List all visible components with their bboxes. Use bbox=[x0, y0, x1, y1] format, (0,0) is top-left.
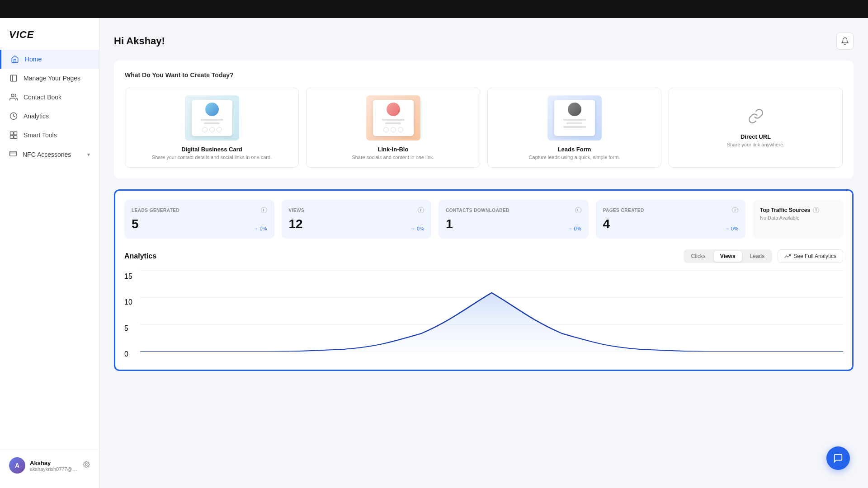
card-label-leads: Leads Form bbox=[558, 146, 591, 153]
stat-card-leads-generated: LEADS GENERATED i 5 → 0% bbox=[124, 200, 274, 239]
traffic-no-data: No Data Available bbox=[760, 215, 836, 221]
analytics-chart: 15 10 5 0 bbox=[124, 270, 843, 361]
sidebar-item-analytics[interactable]: Analytics bbox=[0, 107, 99, 126]
link-icon bbox=[748, 108, 764, 128]
card-desc-leads: Capture leads using a quick, simple form… bbox=[529, 155, 620, 160]
stat-card-pages-created: PAGES CREATED i 4 → 0% bbox=[596, 200, 746, 239]
create-card-link-in-bio[interactable]: Link-In-Bio Share socials and content in… bbox=[306, 88, 480, 168]
create-card-direct-url[interactable]: Direct URL Share your link anywhere. bbox=[669, 88, 843, 168]
stat-change-contacts: → 0% bbox=[568, 226, 581, 231]
sidebar-item-smart-tools-label: Smart Tools bbox=[24, 131, 57, 139]
tools-icon bbox=[9, 131, 18, 140]
stat-label-leads: LEADS GENERATED bbox=[132, 208, 179, 213]
analytics-chart-header: Analytics Clicks Views Leads See Full An… bbox=[124, 249, 843, 263]
see-full-analytics-button[interactable]: See Full Analytics bbox=[778, 249, 843, 263]
traffic-sources-card: Top Traffic Sources i No Data Available bbox=[753, 200, 843, 239]
info-icon-leads[interactable]: i bbox=[261, 207, 267, 213]
stat-change-pages: → 0% bbox=[725, 226, 738, 231]
tab-clicks[interactable]: Clicks bbox=[685, 251, 712, 262]
card-label-digital: Digital Business Card bbox=[181, 146, 242, 153]
create-section: What Do You Want to Create Today? bbox=[114, 61, 854, 178]
y-label-5: 5 bbox=[124, 324, 140, 333]
info-icon-traffic[interactable]: i bbox=[813, 207, 819, 213]
chevron-down-icon: ▾ bbox=[87, 151, 90, 158]
svg-point-2 bbox=[11, 94, 14, 97]
stat-label-views: VIEWS bbox=[289, 208, 305, 213]
sidebar-item-contact-book-label: Contact Book bbox=[24, 94, 61, 101]
stat-value-contacts: 1 bbox=[446, 217, 581, 231]
sidebar-item-home-label: Home bbox=[25, 56, 42, 63]
svg-point-10 bbox=[85, 464, 87, 465]
stat-change-leads: → 0% bbox=[254, 226, 267, 231]
card-preview-bio bbox=[366, 95, 420, 141]
card-desc-bio: Share socials and content in one link. bbox=[352, 155, 434, 160]
analytics-icon bbox=[9, 112, 18, 121]
y-label-0: 0 bbox=[124, 350, 140, 358]
avatar: A bbox=[9, 457, 25, 474]
pages-icon bbox=[9, 74, 18, 83]
stat-label-contacts: CONTACTS DOWNLOADED bbox=[446, 208, 509, 213]
user-info: Akshay akshaykrish0777@gmail.... bbox=[30, 460, 78, 472]
top-bar bbox=[0, 0, 868, 18]
contact-icon bbox=[9, 93, 18, 102]
stat-value-pages: 4 bbox=[603, 217, 739, 231]
sidebar-item-nfc-label: NFC Accessories bbox=[23, 151, 71, 158]
analytics-tabs: Clicks Views Leads bbox=[684, 249, 773, 263]
stats-traffic-row: LEADS GENERATED i 5 → 0% VIEWS i 12 bbox=[124, 200, 843, 239]
info-icon-views[interactable]: i bbox=[418, 207, 424, 213]
y-label-15: 15 bbox=[124, 272, 140, 281]
stat-change-views: → 0% bbox=[410, 226, 424, 231]
card-label-url: Direct URL bbox=[741, 133, 771, 140]
chart-svg bbox=[140, 270, 843, 352]
main-header: Hi Akshay! bbox=[114, 33, 854, 50]
card-preview-digital bbox=[185, 95, 239, 141]
sidebar-item-analytics-label: Analytics bbox=[24, 113, 49, 120]
analytics-chart-title: Analytics bbox=[124, 252, 156, 260]
user-email: akshaykrish0777@gmail.... bbox=[30, 466, 78, 472]
card-desc-digital: Share your contact details and social li… bbox=[152, 155, 272, 160]
sidebar-item-smart-tools[interactable]: Smart Tools bbox=[0, 126, 99, 145]
user-profile-section: A Akshay akshaykrish0777@gmail.... bbox=[0, 450, 99, 481]
page-greeting: Hi Akshay! bbox=[114, 35, 165, 47]
card-label-bio: Link-In-Bio bbox=[378, 146, 409, 153]
info-icon-pages[interactable]: i bbox=[732, 207, 738, 213]
create-cards-container: Digital Business Card Share your contact… bbox=[125, 88, 843, 168]
create-section-title: What Do You Want to Create Today? bbox=[125, 71, 843, 79]
svg-rect-8 bbox=[10, 151, 17, 156]
sidebar-nav: Home Manage Your Pages Contact Book bbox=[0, 50, 99, 450]
main-content: Hi Akshay! What Do You Want to Create To… bbox=[99, 18, 868, 488]
chart-canvas bbox=[140, 270, 843, 352]
card-preview-leads bbox=[547, 95, 602, 141]
svg-rect-6 bbox=[10, 136, 14, 139]
info-icon-contacts[interactable]: i bbox=[575, 207, 581, 213]
stat-label-pages: PAGES CREATED bbox=[603, 208, 644, 213]
svg-rect-7 bbox=[14, 136, 17, 139]
svg-rect-4 bbox=[10, 132, 14, 135]
sidebar-item-manage-pages-label: Manage Your Pages bbox=[24, 75, 80, 82]
chart-y-labels: 15 10 5 0 bbox=[124, 270, 140, 361]
svg-rect-5 bbox=[14, 132, 17, 135]
home-icon bbox=[10, 55, 19, 64]
tab-views[interactable]: Views bbox=[714, 251, 742, 262]
sidebar-item-contact-book[interactable]: Contact Book bbox=[0, 88, 99, 107]
logo: VICE bbox=[0, 25, 99, 50]
chat-floating-button[interactable] bbox=[826, 446, 850, 470]
notifications-button[interactable] bbox=[836, 33, 854, 50]
traffic-sources-title: Top Traffic Sources bbox=[760, 207, 810, 213]
sidebar: VICE Home Manage Your Pages bbox=[0, 18, 99, 488]
card-desc-url: Share your link anywhere. bbox=[727, 142, 784, 147]
stat-value-leads: 5 bbox=[132, 217, 267, 231]
stat-value-views: 12 bbox=[289, 217, 425, 231]
create-card-leads-form[interactable]: Leads Form Capture leads using a quick, … bbox=[487, 88, 661, 168]
sidebar-item-home[interactable]: Home bbox=[0, 50, 99, 69]
svg-rect-0 bbox=[10, 75, 17, 81]
stat-card-views: VIEWS i 12 → 0% bbox=[282, 200, 432, 239]
y-label-10: 10 bbox=[124, 298, 140, 306]
analytics-section: LEADS GENERATED i 5 → 0% VIEWS i 12 bbox=[114, 189, 854, 371]
gear-settings-button[interactable] bbox=[83, 461, 90, 470]
tab-leads[interactable]: Leads bbox=[744, 251, 771, 262]
create-card-digital-business-card[interactable]: Digital Business Card Share your contact… bbox=[125, 88, 299, 168]
sidebar-item-manage-pages[interactable]: Manage Your Pages bbox=[0, 69, 99, 88]
nfc-icon bbox=[9, 150, 17, 159]
sidebar-item-nfc[interactable]: NFC Accessories ▾ bbox=[0, 145, 99, 164]
